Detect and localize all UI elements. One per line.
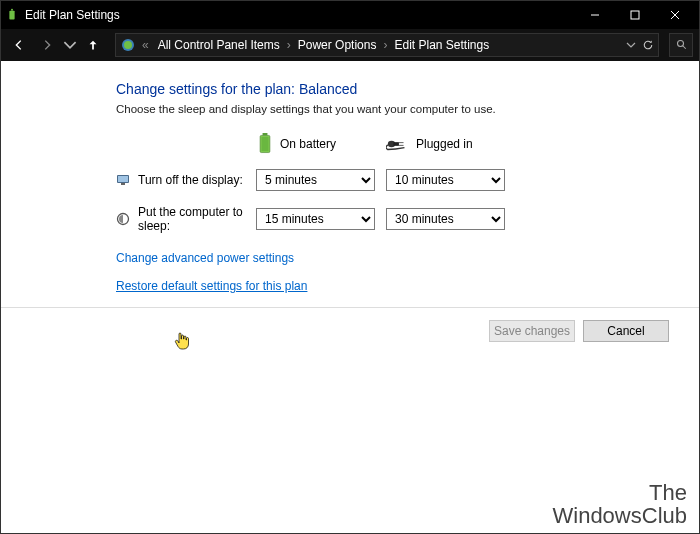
breadcrumb-item-control-panel[interactable]: All Control Panel Items <box>155 36 283 54</box>
svg-rect-19 <box>121 183 125 185</box>
sleep-battery-select[interactable]: 15 minutes <box>256 208 375 230</box>
on-battery-header: On battery <box>256 133 386 155</box>
save-button[interactable]: Save changes <box>489 320 575 342</box>
search-icon <box>676 39 688 51</box>
up-button[interactable] <box>81 33 105 57</box>
display-plugged-select[interactable]: 10 minutes <box>386 169 505 191</box>
chevron-right-icon: › <box>285 38 293 52</box>
forward-button[interactable] <box>35 33 59 57</box>
address-bar[interactable]: « All Control Panel Items › Power Option… <box>115 33 659 57</box>
watermark: The WindowsClub <box>553 481 688 527</box>
titlebar: Edit Plan Settings <box>1 1 699 29</box>
watermark-line2: WindowsClub <box>553 504 688 527</box>
minimize-button[interactable] <box>575 1 615 29</box>
svg-point-8 <box>678 41 684 47</box>
close-button[interactable] <box>655 1 695 29</box>
breadcrumb-item-power-options[interactable]: Power Options <box>295 36 380 54</box>
battery-icon <box>256 133 274 155</box>
titlebar-left: Edit Plan Settings <box>5 8 120 22</box>
sleep-timeout-label-group: Put the computer to sleep: <box>116 205 256 233</box>
breadcrumb: All Control Panel Items › Power Options … <box>155 36 622 54</box>
sleep-timeout-row: Put the computer to sleep: 15 minutes 30… <box>116 205 679 233</box>
plugged-in-label: Plugged in <box>416 137 473 151</box>
control-panel-icon <box>120 37 136 53</box>
svg-line-9 <box>683 46 686 49</box>
sleep-plugged-select[interactable]: 30 minutes <box>386 208 505 230</box>
breadcrumb-item-edit-plan[interactable]: Edit Plan Settings <box>391 36 492 54</box>
power-plan-icon <box>5 8 19 22</box>
maximize-button[interactable] <box>615 1 655 29</box>
svg-rect-3 <box>631 11 639 19</box>
display-timeout-label-group: Turn off the display: <box>116 173 256 187</box>
advanced-settings-link[interactable]: Change advanced power settings <box>116 251 679 265</box>
links-area: Change advanced power settings Restore d… <box>116 251 679 293</box>
navbar: « All Control Panel Items › Power Option… <box>1 29 699 61</box>
chevron-right-icon: › <box>381 38 389 52</box>
column-headers: On battery Plugged in <box>256 133 679 155</box>
svg-rect-10 <box>263 133 268 135</box>
title-text: Edit Plan Settings <box>25 8 120 22</box>
refresh-icon[interactable] <box>642 39 654 51</box>
on-battery-label: On battery <box>280 137 336 151</box>
svg-point-7 <box>124 41 132 49</box>
svg-rect-0 <box>9 11 14 20</box>
svg-rect-14 <box>393 142 399 146</box>
window-controls <box>575 1 695 29</box>
svg-rect-18 <box>118 176 128 182</box>
watermark-line1: The <box>553 481 688 504</box>
plugged-in-header: Plugged in <box>386 137 516 151</box>
restore-defaults-link[interactable]: Restore default settings for this plan <box>116 279 679 293</box>
button-bar: Save changes Cancel <box>1 308 699 346</box>
recent-dropdown-button[interactable] <box>63 33 77 57</box>
sleep-icon <box>116 212 130 226</box>
display-timeout-label: Turn off the display: <box>138 173 243 187</box>
svg-rect-1 <box>11 9 13 11</box>
breadcrumb-separator: « <box>140 38 151 52</box>
content-area: Change settings for the plan: Balanced C… <box>1 61 699 293</box>
svg-rect-12 <box>262 137 269 151</box>
cancel-button[interactable]: Cancel <box>583 320 669 342</box>
address-bar-buttons <box>626 39 654 51</box>
monitor-icon <box>116 173 130 187</box>
page-subheading: Choose the sleep and display settings th… <box>116 103 679 115</box>
display-timeout-row: Turn off the display: 5 minutes 10 minut… <box>116 169 679 191</box>
plug-icon <box>386 137 410 151</box>
address-dropdown-icon[interactable] <box>626 40 636 50</box>
back-button[interactable] <box>7 33 31 57</box>
sleep-timeout-label: Put the computer to sleep: <box>138 205 256 233</box>
page-heading: Change settings for the plan: Balanced <box>116 81 679 97</box>
display-battery-select[interactable]: 5 minutes <box>256 169 375 191</box>
search-box[interactable] <box>669 33 693 57</box>
